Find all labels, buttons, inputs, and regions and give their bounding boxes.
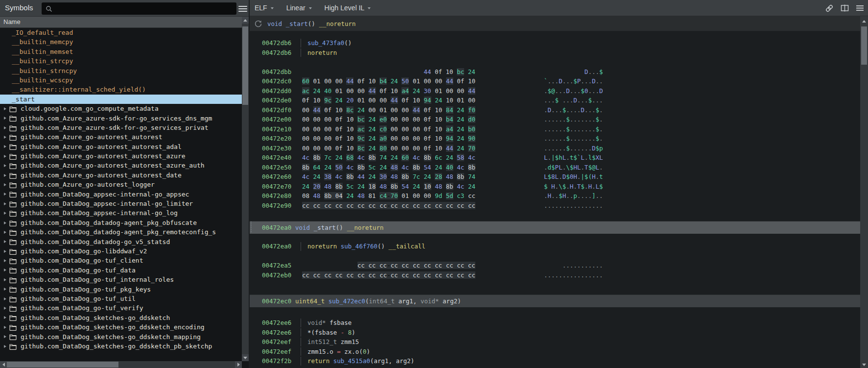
byte[interactable]: c3 (457, 192, 464, 199)
byte[interactable]: 00 (457, 87, 464, 95)
address[interactable]: 00472eef (262, 347, 291, 357)
byte[interactable]: 24 (369, 173, 376, 180)
byte[interactable]: 00 (379, 97, 387, 104)
byte[interactable]: cc (413, 262, 420, 269)
byte[interactable]: 00 (401, 116, 409, 123)
byte[interactable]: 00 (401, 106, 409, 114)
symbol-item[interactable]: _IO_default_read (0, 28, 242, 37)
byte[interactable]: 40 (324, 87, 331, 95)
chevron-right-icon[interactable] (4, 259, 6, 262)
address[interactable]: 00472eef (262, 337, 291, 347)
chevron-right-icon[interactable] (4, 107, 6, 110)
byte[interactable]: cc (369, 271, 376, 279)
byte[interactable]: cc (391, 271, 398, 279)
hex-row[interactable]: 00472e404c 8b 7c 24 68 4c 8b 74-24 60 4c… (250, 153, 860, 163)
byte[interactable]: 44 (346, 77, 353, 85)
byte[interactable]: 24 (457, 116, 464, 123)
byte[interactable]: cc (446, 202, 453, 209)
byte[interactable]: 0f (357, 77, 365, 85)
byte[interactable]: 24 (391, 154, 398, 161)
byte[interactable]: 4c (401, 164, 409, 171)
byte[interactable]: 00 (401, 135, 409, 142)
byte[interactable]: 54 (424, 164, 431, 171)
byte[interactable]: 0f (302, 97, 309, 104)
byte[interactable]: 00 (324, 135, 331, 142)
byte[interactable]: cc (446, 271, 453, 279)
byte[interactable]: 58 (457, 154, 464, 161)
chevron-right-icon[interactable] (4, 145, 6, 148)
byte[interactable]: a4 (401, 87, 409, 95)
byte[interactable]: 48 (446, 173, 453, 180)
byte[interactable]: 00 (302, 145, 309, 152)
byte[interactable]: 10 (346, 116, 353, 123)
address[interactable]: 00472ea0 (262, 242, 291, 251)
hex-row[interactable]: 00472de00f 10 9c 24 20 01 00 00-44 0f 10… (250, 96, 860, 105)
binary-format-select[interactable]: ELF (255, 4, 274, 12)
byte[interactable]: 68 (346, 154, 353, 161)
byte[interactable]: 8b (446, 183, 453, 190)
address[interactable]: 00472db6 (262, 38, 291, 48)
byte[interactable]: 7c (324, 154, 331, 161)
byte[interactable]: ac (302, 87, 309, 95)
byte[interactable]: 00 (446, 87, 453, 95)
address[interactable]: 00472dc0 (262, 76, 291, 86)
byte[interactable]: 10 (468, 77, 475, 85)
byte[interactable]: cc (446, 262, 453, 269)
chevron-right-icon[interactable] (4, 269, 6, 271)
scroll-up-button[interactable] (242, 17, 249, 24)
chevron-right-icon[interactable] (4, 155, 6, 158)
byte[interactable]: 48 (324, 183, 331, 190)
byte[interactable]: 8c (346, 106, 353, 114)
byte[interactable]: 00 (424, 77, 431, 85)
byte[interactable]: 5c (346, 183, 353, 190)
byte[interactable]: cc (302, 271, 309, 279)
byte[interactable]: 24 (391, 77, 398, 85)
byte[interactable]: cc (435, 271, 442, 279)
byte[interactable]: 48 (391, 164, 398, 171)
byte[interactable]: 48 (391, 173, 398, 180)
address[interactable]: 00472dbb (262, 67, 291, 77)
byte[interactable]: 00 (391, 125, 398, 133)
byte[interactable]: 28 (435, 173, 442, 180)
function-header-selected[interactable]: 00472ea0void _start() __noreturn (250, 221, 860, 234)
byte[interactable]: 74 (379, 154, 387, 161)
panel-menu-button[interactable] (238, 4, 247, 12)
folder-item[interactable]: github.com_Azure_go-autorest_autorest (0, 132, 242, 142)
byte[interactable]: cc (335, 202, 343, 209)
byte[interactable]: 10 (424, 183, 431, 190)
byte[interactable]: 10 (335, 106, 343, 114)
folder-item[interactable]: github.com_Azure_go-autorest_autorest_az… (0, 151, 242, 161)
byte[interactable]: 8b (324, 192, 331, 199)
byte[interactable]: cc (457, 271, 464, 279)
address[interactable]: 00472dd0 (262, 86, 291, 96)
byte[interactable]: 00 (324, 145, 331, 152)
byte[interactable]: 24 (435, 97, 442, 104)
byte[interactable]: e0 (379, 116, 387, 123)
link-icon[interactable] (825, 4, 834, 13)
byte[interactable]: cc (468, 192, 475, 199)
byte[interactable]: 00 (401, 125, 409, 133)
byte[interactable]: cc (369, 202, 376, 209)
byte[interactable]: 8b (335, 183, 343, 190)
byte[interactable]: 0f (379, 87, 387, 95)
byte[interactable]: 50 (401, 77, 409, 85)
symbol-item[interactable]: __builtin_strncpy (0, 66, 242, 75)
hex-row[interactable]: 00472e0000 00 00 0f 10 bc 24 e0-00 00 00… (250, 115, 860, 124)
byte[interactable]: 24 (457, 125, 464, 133)
view-mode-select[interactable]: Linear (286, 4, 312, 12)
byte[interactable]: 24 (424, 173, 431, 180)
byte[interactable]: 60 (401, 154, 409, 161)
byte[interactable]: 00 (313, 125, 321, 133)
byte[interactable]: 00 (424, 192, 431, 199)
byte[interactable]: cc (468, 271, 475, 279)
folder-item[interactable]: github.com_Azure_go-autorest_autorest_da… (0, 171, 242, 180)
chevron-right-icon[interactable] (4, 193, 6, 196)
byte[interactable]: 0f (424, 125, 431, 133)
byte[interactable]: 44 (313, 106, 321, 114)
address[interactable]: 00472f2b (262, 356, 291, 366)
byte[interactable]: 8b (346, 173, 353, 180)
byte[interactable]: 24 (302, 183, 309, 190)
byte[interactable]: 24 (457, 106, 464, 114)
hex-row[interactable]: 00472ea5 cc cc cc-cc cc cc cc cc cc cc c… (250, 261, 860, 270)
byte[interactable]: c4 (379, 192, 387, 199)
